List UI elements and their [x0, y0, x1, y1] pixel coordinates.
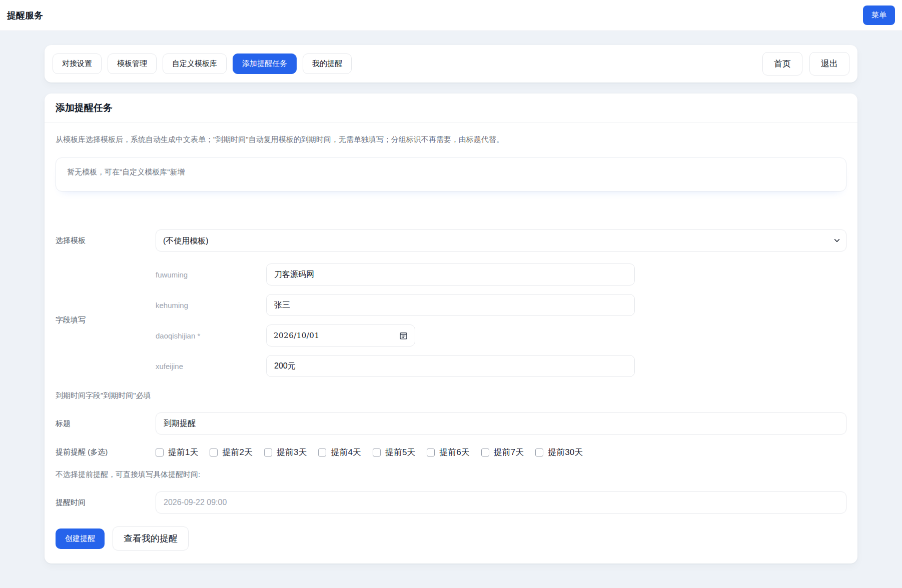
- advance-option-3days-checkbox[interactable]: [264, 448, 272, 456]
- card-header: 添加提醒任务: [45, 94, 857, 123]
- field-row-xufeijine: xufeijine: [156, 355, 846, 377]
- field-row-daoqishijian: daoqishijian * 2026/10/01: [156, 324, 846, 346]
- field-label-daoqishijian: daoqishijian *: [156, 332, 266, 340]
- title-input[interactable]: [156, 412, 846, 434]
- advance-option-5days-checkbox[interactable]: [373, 448, 381, 456]
- advance-reminder-options: 提前1天 提前2天 提前3天 提前4天: [156, 446, 846, 458]
- calendar-icon[interactable]: [399, 332, 408, 340]
- title-field-label: 标题: [56, 419, 156, 428]
- add-reminder-card: 添加提醒任务 从模板库选择模板后，系统自动生成中文表单；"到期时间"自动复用模板…: [45, 94, 857, 564]
- template-select-label: 选择模板: [56, 236, 156, 246]
- form-actions: 创建提醒 查看我的提醒: [56, 526, 846, 550]
- advance-option-6days[interactable]: 提前6天: [427, 446, 469, 458]
- field-label-kehuming: kehuming: [156, 301, 266, 310]
- advance-reminder-label: 提前提醒 (多选): [56, 448, 156, 457]
- tab-template-management[interactable]: 模板管理: [108, 54, 157, 74]
- nav-card: 对接设置 模板管理 自定义模板库 添加提醒任务 我的提醒 首页 退出: [45, 45, 857, 82]
- form-description: 从模板库选择模板后，系统自动生成中文表单；"到期时间"自动复用模板的到期时间，无…: [56, 135, 846, 144]
- logout-button[interactable]: 退出: [809, 52, 849, 76]
- tab-custom-template-library[interactable]: 自定义模板库: [163, 54, 227, 74]
- due-time-hint: 到期时间字段"到期时间"必填: [56, 391, 846, 400]
- remind-time-hint: 不选择提前提醒，可直接填写具体提醒时间:: [56, 470, 846, 480]
- advance-option-2days[interactable]: 提前2天: [210, 446, 252, 458]
- create-reminder-button[interactable]: 创建提醒: [56, 528, 105, 549]
- remind-time-label: 提醒时间: [56, 498, 156, 508]
- advance-reminder-row: 提前提醒 (多选) 提前1天 提前2天 提前3天: [56, 446, 846, 458]
- tab-connection-settings[interactable]: 对接设置: [53, 54, 102, 74]
- fields-section-label: 字段填写: [56, 316, 156, 325]
- remind-time-row: 提醒时间: [56, 492, 846, 514]
- advance-option-4days[interactable]: 提前4天: [318, 446, 361, 458]
- advance-option-2days-checkbox[interactable]: [210, 448, 218, 456]
- field-row-fuwuming: fuwuming: [156, 264, 846, 286]
- advance-option-30days[interactable]: 提前30天: [535, 446, 583, 458]
- tab-group: 对接设置 模板管理 自定义模板库 添加提醒任务 我的提醒: [53, 54, 352, 74]
- advance-option-1day-checkbox[interactable]: [156, 448, 164, 456]
- advance-option-5days[interactable]: 提前5天: [373, 446, 415, 458]
- view-my-reminders-button[interactable]: 查看我的提醒: [113, 526, 189, 550]
- home-button[interactable]: 首页: [762, 52, 802, 76]
- template-select-row: 选择模板 (不使用模板): [56, 230, 846, 252]
- advance-option-6days-checkbox[interactable]: [427, 448, 435, 456]
- menu-button[interactable]: 菜单: [863, 6, 895, 25]
- top-header: 提醒服务 菜单: [0, 0, 902, 31]
- title-field-row: 标题: [56, 412, 846, 434]
- advance-option-1day[interactable]: 提前1天: [156, 446, 198, 458]
- tab-add-reminder-task[interactable]: 添加提醒任务: [233, 54, 297, 74]
- advance-option-4days-checkbox[interactable]: [318, 448, 326, 456]
- advance-option-7days-checkbox[interactable]: [481, 448, 489, 456]
- xufeijine-input[interactable]: [266, 355, 635, 377]
- app-title: 提醒服务: [7, 10, 43, 22]
- kehuming-input[interactable]: [266, 294, 635, 316]
- daoqishijian-date-input[interactable]: 2026/10/01: [266, 324, 415, 346]
- field-label-xufeijine: xufeijine: [156, 362, 266, 370]
- tab-my-reminders[interactable]: 我的提醒: [303, 54, 352, 74]
- fields-section-row: 字段填写 fuwuming kehuming daoqishijian *: [56, 264, 846, 377]
- page-title: 添加提醒任务: [56, 102, 846, 114]
- empty-template-notice: 暂无模板，可在"自定义模板库"新增: [56, 158, 846, 192]
- advance-option-3days[interactable]: 提前3天: [264, 446, 307, 458]
- template-select[interactable]: (不使用模板): [156, 230, 846, 252]
- date-value: 2026/10/01: [274, 331, 319, 340]
- fuwuming-input[interactable]: [266, 264, 635, 286]
- remind-time-input[interactable]: [156, 492, 846, 514]
- nav-right-group: 首页 退出: [762, 52, 849, 76]
- advance-option-7days[interactable]: 提前7天: [481, 446, 524, 458]
- field-row-kehuming: kehuming: [156, 294, 846, 316]
- field-label-fuwuming: fuwuming: [156, 270, 266, 279]
- advance-option-30days-checkbox[interactable]: [535, 448, 543, 456]
